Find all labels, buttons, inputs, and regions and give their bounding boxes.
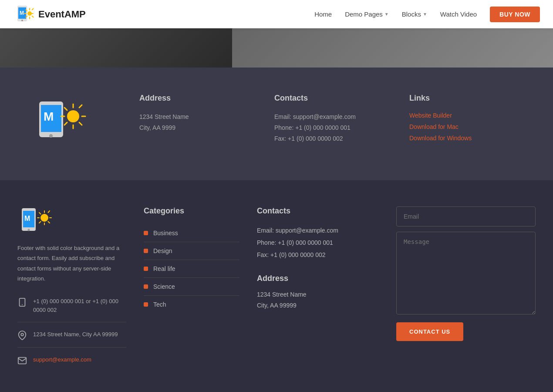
footer-contacts-details: Email: support@example.com Phone: +1 (0)… xyxy=(257,224,379,261)
svg-text:M: M xyxy=(24,215,30,222)
demo-pages-chevron-icon: ▼ xyxy=(384,12,389,17)
cat-bullet-icon xyxy=(144,284,148,289)
info-address-line2: City, AA 9999 xyxy=(139,122,257,133)
contact-email-input[interactable] xyxy=(396,206,536,226)
blocks-chevron-icon: ▼ xyxy=(423,12,427,17)
footer-contacts-heading: Contacts xyxy=(257,206,379,216)
phone-icon xyxy=(17,297,27,307)
hero-image-right xyxy=(232,28,553,68)
svg-point-2 xyxy=(21,20,23,21)
footer-categories-list: Business Design Real life Science Tech xyxy=(144,224,239,313)
nav-blocks[interactable]: Blocks ▼ xyxy=(402,10,427,18)
svg-rect-39 xyxy=(20,298,25,306)
svg-text:M: M xyxy=(20,10,24,16)
hero-image-left xyxy=(0,28,232,68)
svg-line-22 xyxy=(64,108,67,110)
cat-bullet-icon xyxy=(144,302,148,307)
footer-cat-business[interactable]: Business xyxy=(144,224,239,242)
svg-text:M: M xyxy=(44,110,54,123)
info-links-heading: Links xyxy=(409,94,527,103)
footer-contacts-fax: Fax: +1 (0) 000 0000 002 xyxy=(257,249,379,261)
info-logo-icon: M xyxy=(26,98,87,142)
footer-section: M Footer with solid color background and… xyxy=(0,180,553,392)
footer-email-link[interactable]: support@example.com xyxy=(33,355,91,365)
navbar-nav: Home Demo Pages ▼ Blocks ▼ Watch Video B… xyxy=(314,7,540,22)
navbar-brand-name: EventAMP xyxy=(38,9,86,20)
email-icon xyxy=(17,356,27,365)
navbar-logo-icon: M xyxy=(13,4,34,25)
nav-demo-pages[interactable]: Demo Pages ▼ xyxy=(345,10,389,18)
footer-contacts-email: Email: support@example.com xyxy=(257,224,379,237)
svg-line-23 xyxy=(79,122,82,125)
footer-email-item: support@example.com xyxy=(17,355,126,372)
footer-categories-col: Categories Business Design Real life Sci… xyxy=(144,206,239,313)
svg-point-15 xyxy=(49,134,53,138)
footer-contacts-col: Contacts Email: support@example.com Phon… xyxy=(257,206,379,311)
footer-categories-heading: Categories xyxy=(144,206,239,216)
location-icon xyxy=(17,331,27,340)
info-link-download-mac[interactable]: Download for Mac xyxy=(409,123,527,131)
footer-address-item: 1234 Street Name, City AA 99999 xyxy=(17,330,126,348)
footer-logo: M xyxy=(17,206,126,234)
info-contacts-col: Contacts Email: support@example.com Phon… xyxy=(274,94,392,145)
footer-cat-tech[interactable]: Tech xyxy=(144,296,239,313)
footer-phone-item: +1 (0) 000 0000 001 or +1 (0) 000 0000 0… xyxy=(17,297,126,323)
info-contacts-heading: Contacts xyxy=(274,94,392,103)
footer-address-heading: Address xyxy=(257,274,379,283)
svg-line-35 xyxy=(39,213,41,214)
svg-point-41 xyxy=(21,334,24,336)
info-address-col: Address 1234 Street Name City, AA 9999 xyxy=(139,94,257,145)
contact-submit-button[interactable]: CONTACT US xyxy=(396,322,463,341)
footer-address-line2: City, AA 99999 xyxy=(257,300,379,311)
cat-bullet-icon xyxy=(144,267,148,271)
info-contacts-email: Email: support@example.com xyxy=(274,112,392,122)
svg-point-17 xyxy=(67,110,79,122)
info-link-website-builder[interactable]: Website Builder xyxy=(409,112,527,119)
footer-form-col: CONTACT US xyxy=(396,206,536,341)
cat-bullet-icon xyxy=(144,249,148,253)
hero-strip xyxy=(0,28,553,68)
nav-watch-video[interactable]: Watch Video xyxy=(440,10,477,18)
svg-line-36 xyxy=(48,222,50,223)
info-address-line1: 1234 Street Name xyxy=(139,112,257,122)
cat-bullet-icon xyxy=(144,231,148,235)
info-links-list: Website Builder Download for Mac Downloa… xyxy=(409,112,527,142)
info-links-col: Links Website Builder Download for Mac D… xyxy=(409,94,527,145)
svg-line-10 xyxy=(32,16,34,17)
info-logo-col: M xyxy=(26,94,122,145)
contact-message-input[interactable] xyxy=(396,232,536,314)
info-contacts-fax: Fax: +1 (0) 000 0000 002 xyxy=(274,133,392,144)
footer-cat-science[interactable]: Science xyxy=(144,278,239,296)
svg-line-25 xyxy=(64,122,67,125)
svg-line-24 xyxy=(79,105,82,108)
footer-address-text: 1234 Street Name, City AA 99999 xyxy=(33,330,118,339)
svg-point-28 xyxy=(28,229,30,231)
footer-address-line1: 1234 Street Name xyxy=(257,289,379,300)
svg-line-11 xyxy=(32,8,34,10)
svg-line-38 xyxy=(39,222,41,223)
footer-contacts-phone: Phone: +1 (0) 000 0000 001 xyxy=(257,237,379,249)
footer-brand-col: M Footer with solid color background and… xyxy=(17,206,126,380)
info-section: M Address 1234 Street Name City, AA 9999… xyxy=(0,68,553,180)
footer-description: Footer with solid color background and a… xyxy=(17,243,126,284)
footer-address-details: 1234 Street Name City, AA 99999 xyxy=(257,289,379,311)
footer-cat-design[interactable]: Design xyxy=(144,242,239,260)
navbar: M EventAMP Home Demo Pages ▼ Blocks ▼ Wa… xyxy=(0,0,553,28)
buy-now-button[interactable]: BUY NOW xyxy=(490,7,540,22)
footer-phone-text: +1 (0) 000 0000 001 or +1 (0) 000 0000 0… xyxy=(33,297,126,315)
svg-line-37 xyxy=(48,211,50,213)
nav-home[interactable]: Home xyxy=(314,10,332,18)
svg-point-30 xyxy=(40,214,48,222)
footer-cat-real-life[interactable]: Real life xyxy=(144,260,239,278)
footer-logo-icon: M xyxy=(17,206,52,233)
navbar-brand[interactable]: M EventAMP xyxy=(13,4,86,25)
info-link-download-windows[interactable]: Download for Windows xyxy=(409,134,527,142)
info-contacts-phone: Phone: +1 (0) 000 0000 001 xyxy=(274,122,392,133)
info-address-heading: Address xyxy=(139,94,257,103)
